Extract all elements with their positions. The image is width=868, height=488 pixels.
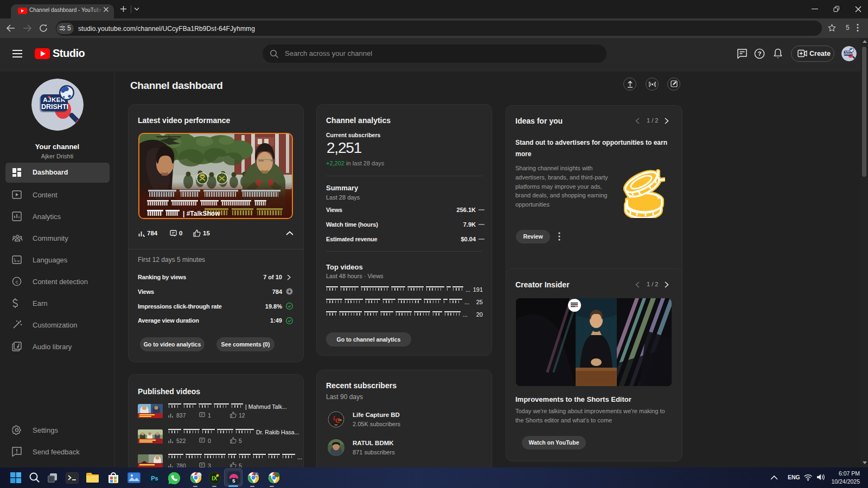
svg-text:C: C: [335, 416, 341, 425]
svg-text:| #TalkShow: | #TalkShow: [183, 210, 220, 217]
svg-text:?: ?: [758, 50, 762, 57]
svg-text:5: 5: [232, 478, 235, 484]
svg-text:c: c: [16, 279, 18, 285]
svg-text:Ps: Ps: [151, 475, 158, 481]
